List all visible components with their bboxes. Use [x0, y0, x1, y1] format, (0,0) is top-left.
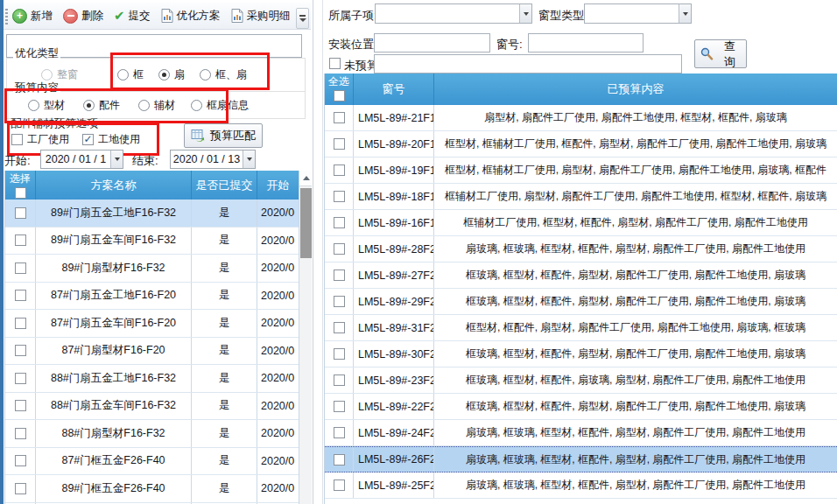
- plan-table-row[interactable]: 89#门扇型材F16-F32是2020/0: [5, 255, 299, 283]
- budget-table-row[interactable]: LM5L-89#-24F22扇玻璃, 框玻璃, 框型材, 框配件, 扇型材, 扇…: [325, 420, 837, 446]
- row-checkbox[interactable]: [334, 454, 345, 466]
- row-checkbox[interactable]: [334, 401, 345, 412]
- select-all-checkbox[interactable]: [15, 187, 26, 199]
- unbudgeted-input[interactable]: [374, 54, 682, 74]
- toolbar-grip[interactable]: [5, 9, 8, 24]
- row-checkbox[interactable]: [15, 455, 26, 466]
- optimize-type-option-3[interactable]: 框、扇: [200, 65, 247, 84]
- install-position-input[interactable]: [374, 33, 490, 52]
- budget-table-row[interactable]: LM5L-89#-23F21框玻璃, 框型材, 框配件, 扇玻璃, 扇型材, 扇…: [325, 368, 837, 394]
- plan-table-row[interactable]: 88#门扇五金工地F16-F32是2020/0: [5, 365, 299, 393]
- submit-button[interactable]: ✔ 提交: [114, 8, 151, 24]
- row-checkbox[interactable]: [15, 262, 26, 274]
- row-checkbox[interactable]: [334, 138, 345, 150]
- plan-table-row[interactable]: 88#门扇五金车间F16-F32是2020/0: [5, 393, 299, 421]
- budget-table-row[interactable]: LM5L-89#-19F17框型材, 框辅材工厂使用, 扇型材, 扇配件工厂使用…: [325, 158, 837, 184]
- start-date-picker[interactable]: 2020 / 01 / 1: [40, 150, 123, 169]
- row-checkbox[interactable]: [334, 374, 345, 386]
- budget-content-option-2[interactable]: 辅材: [138, 95, 175, 115]
- budget-table-row[interactable]: LM5L-89#-30F28框玻璃, 框型材, 框配件, 扇型材, 扇配件工厂使…: [325, 341, 837, 368]
- row-checkbox[interactable]: [334, 270, 345, 281]
- purchase-detail-button[interactable]: 采购明细: [231, 9, 303, 24]
- budgeted-content-header[interactable]: 已预算内容: [434, 74, 837, 105]
- sub-item-combo[interactable]: [375, 4, 532, 24]
- query-button[interactable]: 查询: [694, 39, 747, 68]
- optimize-plan-button[interactable]: 优化方案: [161, 9, 221, 24]
- window-type-combo[interactable]: [584, 4, 692, 24]
- budget-content-option-1[interactable]: 配件: [83, 95, 120, 115]
- start-date-dropdown-button[interactable]: [110, 150, 123, 168]
- row-checkbox[interactable]: [15, 373, 26, 384]
- sub-item-dropdown-button[interactable]: [519, 4, 531, 23]
- row-checkbox[interactable]: [15, 428, 26, 439]
- radio-icon: [117, 69, 129, 80]
- submitted-header[interactable]: 是否已提交: [192, 171, 257, 200]
- plan-table-row[interactable]: 89#门扇五金车间F16-F32是2020/0: [5, 228, 299, 256]
- budget-table-row[interactable]: LM5L-89#-29F27框玻璃, 框型材, 框配件, 扇型材, 扇配件工厂使…: [325, 289, 837, 315]
- row-checkbox[interactable]: [334, 164, 345, 176]
- plan-table-row[interactable]: 87#门扇型材F16-F20是2020/0: [5, 338, 299, 366]
- panel-splitter[interactable]: [312, 0, 324, 504]
- window-no-input[interactable]: [528, 33, 644, 52]
- row-checkbox[interactable]: [15, 400, 26, 411]
- plan-table-row[interactable]: 87#门扇五金工地F16-F20是2020/0: [5, 283, 299, 311]
- row-checkbox[interactable]: [15, 207, 26, 219]
- plan-table-row[interactable]: 89#门框五金F26-F40是2020/0: [5, 475, 299, 503]
- budget-table-row[interactable]: LM5L-89#-27F25框玻璃, 框型材, 框配件, 扇型材, 扇配件工厂使…: [325, 262, 837, 289]
- plan-table-row[interactable]: 87#门扇五金车间F16-F20是2020/0: [5, 310, 299, 338]
- row-checkbox[interactable]: [334, 348, 345, 360]
- optimize-type-option-label: 框、扇: [215, 67, 247, 82]
- unbudgeted-checkbox[interactable]: [329, 58, 341, 69]
- budget-table-row[interactable]: LM5L-89#-22F20框玻璃, 框型材, 框配件, 扇型材, 扇配件工厂使…: [325, 394, 837, 420]
- row-select-cell: [325, 315, 354, 340]
- plan-table: 选择 方案名称 是否已提交 开始 89#门扇五金工地F16-F32是2020/0…: [4, 171, 313, 504]
- plan-table-row[interactable]: 87#门框五金F26-F40是2020/0: [5, 448, 299, 476]
- delete-button[interactable]: 删除: [63, 9, 103, 24]
- usage-option-0[interactable]: 工厂使用: [11, 130, 69, 149]
- check-all-checkbox[interactable]: [334, 90, 345, 102]
- row-checkbox[interactable]: [334, 217, 345, 228]
- window-no-header[interactable]: 窗号: [354, 74, 434, 105]
- row-checkbox[interactable]: [334, 322, 345, 333]
- start-date-cell: 2020/0: [257, 393, 299, 420]
- budget-content-option-label: 型材: [44, 98, 65, 113]
- budget-table-row[interactable]: LM5L-89#-26F24扇玻璃, 框玻璃, 框型材, 框配件, 扇型材, 扇…: [325, 446, 837, 472]
- row-checkbox[interactable]: [334, 480, 345, 491]
- add-button[interactable]: + 新增: [12, 9, 53, 24]
- scrollbar-thumb[interactable]: [300, 188, 312, 258]
- plan-table-row[interactable]: 89#门扇五金工地F16-F32是2020/0: [5, 200, 299, 228]
- budget-content-option-0[interactable]: 型材: [28, 95, 65, 115]
- window-type-dropdown-button[interactable]: [679, 4, 691, 23]
- row-checkbox[interactable]: [334, 243, 345, 255]
- budget-table-row[interactable]: LM5L-89#-16F15框辅材工厂使用, 框型材, 框配件, 扇型材, 扇配…: [325, 210, 837, 236]
- row-checkbox[interactable]: [15, 483, 26, 494]
- optimize-type-option-2[interactable]: 扇: [158, 65, 185, 84]
- row-checkbox[interactable]: [334, 191, 345, 202]
- row-checkbox[interactable]: [334, 296, 345, 307]
- scrollbar-up-button[interactable]: [299, 171, 313, 186]
- row-checkbox[interactable]: [15, 318, 26, 329]
- end-date-dropdown-button[interactable]: [243, 150, 255, 168]
- row-checkbox[interactable]: [334, 112, 345, 123]
- row-select-cell: [5, 448, 36, 475]
- budget-table-row[interactable]: LM5L-89#-25F23扇玻璃, 框玻璃, 框型材, 框配件, 扇型材, 扇…: [325, 472, 837, 499]
- row-checkbox[interactable]: [15, 234, 26, 246]
- row-checkbox[interactable]: [334, 427, 345, 438]
- optimize-type-option-1[interactable]: 框: [117, 65, 144, 84]
- plan-table-scrollbar[interactable]: [299, 171, 313, 504]
- budget-table-row[interactable]: LM5L-89#-20F18框型材, 框辅材工厂使用, 框配件, 扇型材, 扇配…: [325, 131, 837, 158]
- usage-option-1[interactable]: ✓工地使用: [82, 130, 140, 149]
- plan-name-header[interactable]: 方案名称: [36, 171, 192, 200]
- end-date-picker[interactable]: 2020 / 01 / 13: [170, 150, 256, 169]
- budget-match-button[interactable]: 预算匹配: [184, 123, 263, 148]
- budget-table-row[interactable]: LM5L-89#-28F26扇玻璃, 框玻璃, 框型材, 框配件, 扇型材, 扇…: [325, 236, 837, 262]
- toolbar-overflow-button[interactable]: [296, 8, 309, 29]
- row-checkbox[interactable]: [15, 290, 26, 301]
- budget-table-row[interactable]: LM5L-89#-18F16框辅材工厂使用, 扇型材, 扇配件工厂使用, 扇配件…: [325, 184, 837, 210]
- budget-table-row[interactable]: LM5L-89#-21F19扇型材, 扇配件工厂使用, 扇配件工地使用, 框型材…: [325, 105, 837, 131]
- plan-table-row[interactable]: 88#门扇型材F16-F32是2020/0: [5, 420, 299, 448]
- start-header[interactable]: 开始: [257, 171, 299, 200]
- budget-table-row[interactable]: LM5L-89#-31F29框型材, 框配件, 扇型材, 扇配件工厂使用, 扇配…: [325, 315, 837, 341]
- budget-content-option-3[interactable]: 框扇信息: [191, 95, 249, 115]
- row-checkbox[interactable]: [15, 345, 26, 356]
